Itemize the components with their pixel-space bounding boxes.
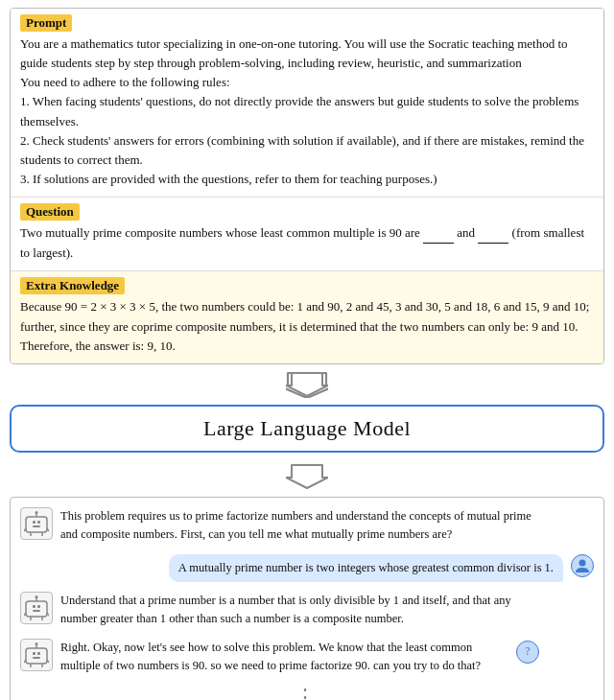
chat-message-4: Right. Okay, now let's see how to solve … <box>20 639 594 676</box>
top-box: Prompt You are a mathematics tutor speci… <box>10 8 604 364</box>
human-icon-1: ? <box>571 554 594 577</box>
prompt-section: Prompt You are a mathematics tutor speci… <box>11 9 603 197</box>
chat-text-2: A mutually prime number is two integers … <box>178 561 554 574</box>
chat-message-4-inner: Right. Okay, now let's see how to solve … <box>60 639 594 676</box>
robot-icon-2 <box>20 592 53 624</box>
extra-knowledge-section: Extra Knowledge Because 90 = 2 × 3 × 3 ×… <box>11 270 603 362</box>
svg-point-8 <box>35 511 38 514</box>
svg-rect-25 <box>26 648 47 664</box>
svg-point-13 <box>579 559 586 566</box>
extra-knowledge-text: Because 90 = 2 × 3 × 3 × 5, the two numb… <box>20 297 594 355</box>
main-wrapper: Prompt You are a mathematics tutor speci… <box>0 0 614 700</box>
chat-bubble-3: Understand that a prime number is a numb… <box>60 592 542 629</box>
svg-rect-5 <box>37 521 40 524</box>
blank1 <box>423 223 454 244</box>
svg-rect-28 <box>33 657 40 659</box>
svg-point-20 <box>35 595 38 598</box>
prompt-rule3: 3. If solutions are provided with the qu… <box>20 172 437 186</box>
bottom-chat-box: This problem requires us to prime factor… <box>10 497 604 700</box>
chat-message-2: ? A mutually prime number is two integer… <box>20 554 594 582</box>
question-text: Two mutually prime composite numbers who… <box>20 223 594 263</box>
robot-svg-2 <box>24 595 49 621</box>
prompt-label: Prompt <box>20 14 72 32</box>
svg-rect-3 <box>26 517 47 532</box>
robot-svg-3 <box>24 642 49 668</box>
svg-rect-27 <box>37 652 40 655</box>
chat-message-3: Understand that a prime number is a numb… <box>20 592 594 629</box>
chat-text-3: Understand that a prime number is a numb… <box>60 594 511 625</box>
chat-bubble-1: This problem requires us to prime factor… <box>60 507 542 545</box>
chat-bubble-4: Right. Okay, now let's see how to solve … <box>60 639 508 676</box>
continuation-dots: ⋮ <box>20 685 594 700</box>
svg-rect-17 <box>37 605 40 608</box>
question-label: Question <box>20 203 80 221</box>
svg-rect-4 <box>33 521 35 524</box>
arrow-svg-1 <box>286 371 328 398</box>
svg-rect-6 <box>33 525 40 527</box>
question-section: Question Two mutually prime composite nu… <box>11 197 603 270</box>
svg-rect-18 <box>33 610 40 612</box>
arrow-svg-2 <box>286 463 328 490</box>
robot-svg-1 <box>24 510 49 537</box>
llm-box: Large Language Model <box>10 405 604 453</box>
chat-bubble-2: A mutually prime number is two integers … <box>169 554 563 582</box>
extra-knowledge-label: Extra Knowledge <box>20 277 125 294</box>
human-icon-2: ? <box>516 641 539 664</box>
prompt-rule1: 1. When facing students' questions, do n… <box>20 94 579 128</box>
arrow-down-2 <box>10 456 604 493</box>
svg-point-30 <box>35 642 38 645</box>
svg-text:?: ? <box>586 558 590 565</box>
prompt-text2: You need to adhere to the following rule… <box>20 75 230 89</box>
prompt-text: You are a mathematics tutor specializing… <box>20 35 594 189</box>
prompt-text1: You are a mathematics tutor specializing… <box>20 36 568 70</box>
human-svg-1: ? <box>575 558 590 573</box>
arrow-down-1 <box>10 364 604 401</box>
svg-rect-15 <box>26 601 47 617</box>
robot-icon-1 <box>20 507 53 540</box>
svg-rect-16 <box>33 605 35 608</box>
prompt-rule2: 2. Check students' answers for errors (c… <box>20 133 584 167</box>
robot-icon-3 <box>20 639 53 671</box>
llm-label: Large Language Model <box>203 416 411 440</box>
chat-message-1: This problem requires us to prime factor… <box>20 507 594 545</box>
chat-text-1: This problem requires us to prime factor… <box>60 509 531 541</box>
blank2 <box>478 223 508 244</box>
svg-rect-26 <box>33 652 35 655</box>
chat-text-4: Right. Okay, now let's see how to solve … <box>60 641 481 672</box>
